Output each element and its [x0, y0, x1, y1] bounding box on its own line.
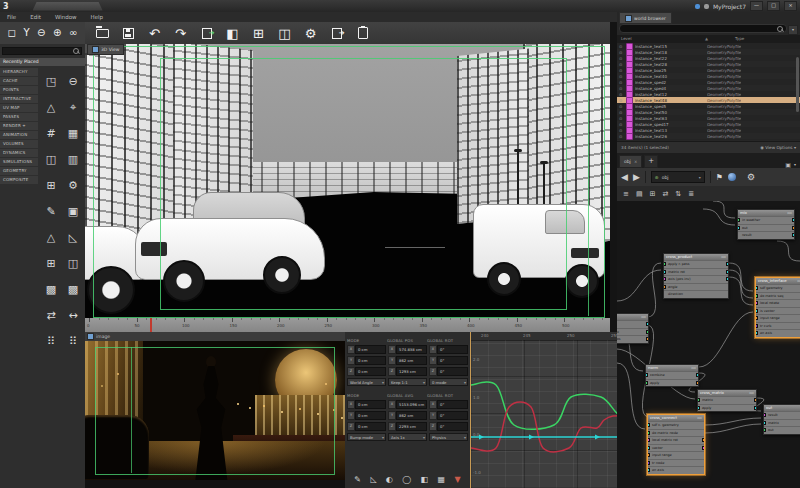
- output-port[interactable]: [696, 373, 698, 377]
- right-triangle-icon[interactable]: ◺: [62, 224, 84, 250]
- curve-editor-plot[interactable]: 2.01.00.0-1.0: [471, 340, 630, 488]
- ruler-icon[interactable]: ◺: [370, 475, 376, 484]
- param-value-input[interactable]: 574.838 cm: [396, 345, 427, 354]
- visibility-eye-icon[interactable]: ⊙: [619, 122, 624, 127]
- output-port[interactable]: [646, 322, 648, 326]
- graph-node[interactable]: ref▫▫rdrmatrixout pos: [617, 313, 649, 344]
- layout-single-icon[interactable]: ◧: [225, 26, 240, 41]
- browser-filter-button[interactable]: ▾: [788, 25, 798, 35]
- view-options-button[interactable]: ◉ View Options ▾: [760, 145, 796, 150]
- visibility-eye-icon[interactable]: ⊙: [619, 98, 624, 103]
- add-tab-button[interactable]: +: [644, 155, 658, 168]
- split-panel-icon[interactable]: ◫: [40, 146, 62, 172]
- align-horiz-icon[interactable]: ⇄: [662, 190, 668, 198]
- import-icon[interactable]: [199, 26, 214, 41]
- dense-grid-icon[interactable]: ▦: [62, 120, 84, 146]
- visibility-eye-icon[interactable]: ⊙: [619, 56, 624, 61]
- browser-search-input[interactable]: [619, 24, 787, 33]
- output-port[interactable]: [646, 330, 648, 334]
- image-view-tab[interactable]: image: [85, 332, 345, 341]
- input-port[interactable]: [646, 373, 648, 377]
- input-port[interactable]: [664, 262, 666, 266]
- draw-icon[interactable]: ✎: [354, 475, 361, 484]
- output-port[interactable]: [726, 270, 728, 274]
- sort-icon[interactable]: ▲: [705, 36, 708, 41]
- sidebar-item-render-[interactable]: RENDER +: [0, 122, 38, 130]
- graph-node[interactable]: cross_matrix▫▫matrixapply: [697, 389, 757, 412]
- node-context-tab[interactable]: obj ×: [619, 155, 642, 168]
- context-dropdown[interactable]: ⊕ obj ▾: [651, 171, 705, 183]
- image-view-panel[interactable]: image: [85, 332, 345, 488]
- param-value-input[interactable]: 0°: [437, 345, 468, 354]
- input-port[interactable]: [648, 423, 650, 427]
- circle-icon[interactable]: ◯: [402, 475, 411, 484]
- output-port[interactable]: [726, 262, 728, 266]
- sidebar-item-composite[interactable]: COMPOSITE: [0, 176, 38, 184]
- table-row[interactable]: ⊙instance_text26GeometryPolyfile: [617, 133, 800, 139]
- param-dropdown[interactable]: Keep 1:1: [388, 378, 427, 386]
- list-view-icon[interactable]: ≡: [623, 190, 629, 198]
- param-dropdown[interactable]: Axis 1x: [388, 433, 427, 441]
- bevel-box-icon[interactable]: ▣: [62, 198, 84, 224]
- sidebar-item-volumes[interactable]: VOLUMES: [0, 140, 38, 148]
- scatter2-icon[interactable]: ⠿: [62, 328, 84, 354]
- align-vert-icon[interactable]: ⇅: [675, 190, 681, 198]
- output-port[interactable]: [696, 381, 698, 385]
- deselect-tool-icon[interactable]: ⊖: [37, 28, 45, 38]
- input-port[interactable]: [648, 438, 650, 442]
- timeline-scrubber[interactable]: 050100150200250300350400450500: [85, 318, 610, 332]
- input-port[interactable]: [646, 381, 648, 385]
- visibility-eye-icon[interactable]: ⊙: [619, 110, 624, 115]
- visibility-eye-icon[interactable]: ⊙: [619, 134, 624, 139]
- input-port[interactable]: [648, 446, 650, 450]
- select-tool-icon[interactable]: ◻: [8, 28, 16, 38]
- library-search-input[interactable]: [2, 47, 82, 55]
- input-port[interactable]: [664, 277, 666, 281]
- layout-quad-icon[interactable]: ⊞: [251, 26, 266, 41]
- menu-file[interactable]: File: [0, 14, 23, 20]
- sidebar-item-animation[interactable]: ANIMATION: [0, 131, 38, 139]
- mask-icon[interactable]: ◧: [421, 475, 429, 484]
- param-value-input[interactable]: 1293 cm: [396, 367, 427, 376]
- input-port[interactable]: [738, 226, 740, 230]
- param-value-input[interactable]: 0°: [437, 400, 468, 409]
- column-type[interactable]: Type: [735, 36, 744, 41]
- visibility-eye-icon[interactable]: ⊙: [619, 104, 624, 109]
- viewport-3d[interactable]: 3D View: [85, 44, 610, 318]
- input-port[interactable]: [756, 331, 758, 335]
- input-port[interactable]: [764, 413, 766, 417]
- output-port[interactable]: [646, 337, 648, 341]
- input-port[interactable]: [764, 421, 766, 425]
- visibility-eye-icon[interactable]: ⊙: [619, 50, 624, 55]
- input-port[interactable]: [648, 461, 650, 465]
- sphere-icon[interactable]: ⊖: [62, 68, 84, 94]
- open-file-icon[interactable]: [95, 26, 110, 41]
- output-port[interactable]: [754, 406, 756, 410]
- param-value-input[interactable]: 862 cm: [396, 356, 427, 365]
- visibility-eye-icon[interactable]: ⊙: [619, 86, 624, 91]
- box-grid-icon[interactable]: ⊞: [40, 172, 62, 198]
- visibility-eye-icon[interactable]: ⊙: [619, 128, 624, 133]
- param-value-input[interactable]: 0 cm: [355, 367, 386, 376]
- param-dropdown[interactable]: Bump mode: [347, 433, 386, 441]
- columns-icon[interactable]: ▥: [62, 146, 84, 172]
- graph-node[interactable]: cross_connect▫▫sdf c. geometrydo matrix …: [647, 414, 705, 475]
- settings-gear-icon[interactable]: ⚙: [303, 26, 318, 41]
- export-icon[interactable]: [329, 26, 344, 41]
- layout-split-icon[interactable]: ◫: [277, 26, 292, 41]
- input-port[interactable]: [664, 270, 666, 274]
- sidebar-item-hierarchy[interactable]: HIERARCHY: [0, 68, 38, 76]
- sidebar-item-passes[interactable]: PASSES: [0, 113, 38, 121]
- visibility-eye-icon[interactable]: ⊙: [619, 92, 624, 97]
- output-port[interactable]: [792, 226, 794, 230]
- input-port[interactable]: [738, 218, 740, 222]
- color-swatch-icon[interactable]: ▼: [454, 475, 460, 484]
- contrast-icon[interactable]: ◐: [386, 475, 393, 484]
- input-port[interactable]: [756, 316, 758, 320]
- output-port[interactable]: [792, 233, 794, 237]
- scatter-icon[interactable]: ⠿: [40, 328, 62, 354]
- menu-help[interactable]: Help: [84, 14, 111, 20]
- visibility-eye-icon[interactable]: ⊙: [619, 80, 624, 85]
- maximize-button[interactable]: □: [767, 1, 780, 11]
- link-tool-icon[interactable]: ∞: [69, 28, 77, 38]
